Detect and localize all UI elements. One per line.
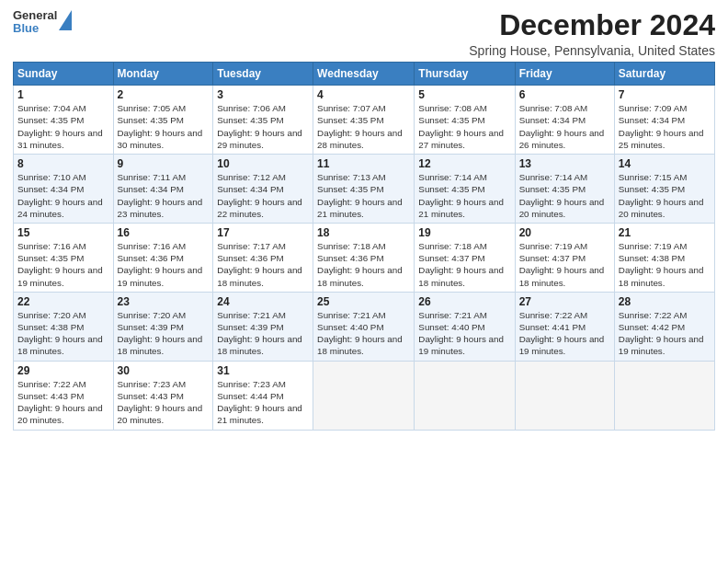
- day-number: 22: [17, 295, 109, 308]
- day-number: 16: [118, 226, 210, 239]
- sunrise-text: Sunrise: 7:16 AM: [17, 241, 86, 251]
- day-info: Sunrise: 7:13 AM Sunset: 4:35 PM Dayligh…: [317, 171, 410, 220]
- day-number: 24: [217, 295, 309, 308]
- daylight-text: Daylight: 9 hours and 21 minutes.: [317, 197, 403, 219]
- sunrise-text: Sunrise: 7:22 AM: [17, 379, 86, 389]
- day-info: Sunrise: 7:09 AM Sunset: 4:34 PM Dayligh…: [619, 102, 711, 151]
- title-block: December 2024 Spring House, Pennsylvania…: [469, 9, 715, 58]
- sunset-text: Sunset: 4:35 PM: [17, 253, 84, 263]
- page: General Blue December 2024 Spring House,…: [0, 0, 728, 563]
- day-number: 1: [17, 88, 109, 101]
- day-number: 12: [418, 157, 510, 170]
- daylight-text: Daylight: 9 hours and 19 minutes.: [519, 334, 605, 356]
- table-row: 1 Sunrise: 7:04 AM Sunset: 4:35 PM Dayli…: [14, 86, 114, 155]
- logo-general: General: [13, 9, 57, 22]
- sunrise-text: Sunrise: 7:18 AM: [418, 241, 487, 251]
- daylight-text: Daylight: 9 hours and 20 minutes.: [619, 197, 704, 219]
- day-number: 21: [619, 226, 711, 239]
- sunset-text: Sunset: 4:38 PM: [619, 253, 685, 263]
- day-info: Sunrise: 7:23 AM Sunset: 4:44 PM Dayligh…: [217, 378, 309, 427]
- day-number: 6: [519, 88, 610, 101]
- daylight-text: Daylight: 9 hours and 18 minutes.: [418, 265, 504, 287]
- sunset-text: Sunset: 4:36 PM: [118, 253, 184, 263]
- sunrise-text: Sunrise: 7:14 AM: [418, 172, 487, 182]
- day-info: Sunrise: 7:10 AM Sunset: 4:34 PM Dayligh…: [17, 171, 109, 220]
- sunrise-text: Sunrise: 7:21 AM: [217, 310, 286, 320]
- daylight-text: Daylight: 9 hours and 20 minutes.: [118, 403, 203, 425]
- daylight-text: Daylight: 9 hours and 20 minutes.: [519, 197, 605, 219]
- calendar-week-row: 29 Sunrise: 7:22 AM Sunset: 4:43 PM Dayl…: [14, 361, 715, 430]
- day-info: Sunrise: 7:21 AM Sunset: 4:40 PM Dayligh…: [418, 309, 510, 358]
- table-row: 13 Sunrise: 7:14 AM Sunset: 4:35 PM Dayl…: [515, 155, 614, 224]
- daylight-text: Daylight: 9 hours and 24 minutes.: [17, 197, 103, 219]
- sunset-text: Sunset: 4:35 PM: [118, 115, 184, 125]
- day-info: Sunrise: 7:22 AM Sunset: 4:42 PM Dayligh…: [619, 309, 711, 358]
- table-row: 20 Sunrise: 7:19 AM Sunset: 4:37 PM Dayl…: [515, 223, 614, 292]
- sunset-text: Sunset: 4:37 PM: [418, 253, 484, 263]
- col-thursday: Thursday: [415, 63, 515, 86]
- table-row: [614, 361, 714, 430]
- table-row: 5 Sunrise: 7:08 AM Sunset: 4:35 PM Dayli…: [415, 86, 515, 155]
- daylight-text: Daylight: 9 hours and 18 minutes.: [619, 265, 704, 287]
- table-row: 24 Sunrise: 7:21 AM Sunset: 4:39 PM Dayl…: [213, 292, 313, 361]
- day-number: 18: [317, 226, 410, 239]
- daylight-text: Daylight: 9 hours and 20 minutes.: [17, 403, 103, 425]
- sunrise-text: Sunrise: 7:21 AM: [317, 310, 386, 320]
- sunset-text: Sunset: 4:35 PM: [17, 115, 84, 125]
- day-number: 17: [217, 226, 309, 239]
- sunrise-text: Sunrise: 7:15 AM: [619, 172, 688, 182]
- day-info: Sunrise: 7:19 AM Sunset: 4:38 PM Dayligh…: [619, 240, 711, 289]
- table-row: 21 Sunrise: 7:19 AM Sunset: 4:38 PM Dayl…: [614, 223, 714, 292]
- day-info: Sunrise: 7:04 AM Sunset: 4:35 PM Dayligh…: [17, 102, 109, 151]
- daylight-text: Daylight: 9 hours and 30 minutes.: [118, 128, 203, 150]
- sunset-text: Sunset: 4:44 PM: [217, 391, 283, 401]
- day-info: Sunrise: 7:19 AM Sunset: 4:37 PM Dayligh…: [519, 240, 610, 289]
- calendar-week-row: 1 Sunrise: 7:04 AM Sunset: 4:35 PM Dayli…: [14, 86, 715, 155]
- daylight-text: Daylight: 9 hours and 18 minutes.: [217, 265, 302, 287]
- table-row: 18 Sunrise: 7:18 AM Sunset: 4:36 PM Dayl…: [313, 223, 415, 292]
- daylight-text: Daylight: 9 hours and 18 minutes.: [317, 334, 403, 356]
- calendar-week-row: 8 Sunrise: 7:10 AM Sunset: 4:34 PM Dayli…: [14, 155, 715, 224]
- daylight-text: Daylight: 9 hours and 18 minutes.: [217, 334, 302, 356]
- day-number: 4: [317, 88, 410, 101]
- day-info: Sunrise: 7:08 AM Sunset: 4:35 PM Dayligh…: [418, 102, 510, 151]
- day-number: 13: [519, 157, 610, 170]
- table-row: 15 Sunrise: 7:16 AM Sunset: 4:35 PM Dayl…: [14, 223, 114, 292]
- day-number: 28: [619, 295, 711, 308]
- table-row: 12 Sunrise: 7:14 AM Sunset: 4:35 PM Dayl…: [415, 155, 515, 224]
- logo-text: General Blue: [13, 9, 57, 36]
- sunset-text: Sunset: 4:35 PM: [418, 115, 484, 125]
- sunrise-text: Sunrise: 7:19 AM: [519, 241, 588, 251]
- sunset-text: Sunset: 4:39 PM: [118, 322, 184, 332]
- sunrise-text: Sunrise: 7:22 AM: [619, 310, 688, 320]
- day-number: 2: [118, 88, 210, 101]
- daylight-text: Daylight: 9 hours and 18 minutes.: [17, 334, 103, 356]
- table-row: 22 Sunrise: 7:20 AM Sunset: 4:38 PM Dayl…: [14, 292, 114, 361]
- table-row: 26 Sunrise: 7:21 AM Sunset: 4:40 PM Dayl…: [415, 292, 515, 361]
- table-row: 7 Sunrise: 7:09 AM Sunset: 4:34 PM Dayli…: [614, 86, 714, 155]
- sunrise-text: Sunrise: 7:08 AM: [519, 103, 588, 113]
- table-row: 14 Sunrise: 7:15 AM Sunset: 4:35 PM Dayl…: [614, 155, 714, 224]
- table-row: 11 Sunrise: 7:13 AM Sunset: 4:35 PM Dayl…: [313, 155, 415, 224]
- table-row: [515, 361, 614, 430]
- day-info: Sunrise: 7:07 AM Sunset: 4:35 PM Dayligh…: [317, 102, 410, 151]
- sunrise-text: Sunrise: 7:04 AM: [17, 103, 86, 113]
- day-number: 26: [418, 295, 510, 308]
- day-info: Sunrise: 7:22 AM Sunset: 4:41 PM Dayligh…: [519, 309, 610, 358]
- logo-blue: Blue: [13, 22, 57, 35]
- daylight-text: Daylight: 9 hours and 18 minutes.: [519, 265, 605, 287]
- day-info: Sunrise: 7:21 AM Sunset: 4:39 PM Dayligh…: [217, 309, 309, 358]
- sunset-text: Sunset: 4:41 PM: [519, 322, 586, 332]
- logo-triangle-icon: [59, 10, 72, 30]
- sunset-text: Sunset: 4:40 PM: [418, 322, 484, 332]
- sunset-text: Sunset: 4:35 PM: [217, 115, 283, 125]
- day-number: 8: [17, 157, 109, 170]
- day-number: 27: [519, 295, 610, 308]
- table-row: [415, 361, 515, 430]
- sunrise-text: Sunrise: 7:16 AM: [118, 241, 187, 251]
- day-info: Sunrise: 7:21 AM Sunset: 4:40 PM Dayligh…: [317, 309, 410, 358]
- day-info: Sunrise: 7:20 AM Sunset: 4:38 PM Dayligh…: [17, 309, 109, 358]
- sunrise-text: Sunrise: 7:11 AM: [118, 172, 187, 182]
- daylight-text: Daylight: 9 hours and 26 minutes.: [519, 128, 605, 150]
- daylight-text: Daylight: 9 hours and 27 minutes.: [418, 128, 504, 150]
